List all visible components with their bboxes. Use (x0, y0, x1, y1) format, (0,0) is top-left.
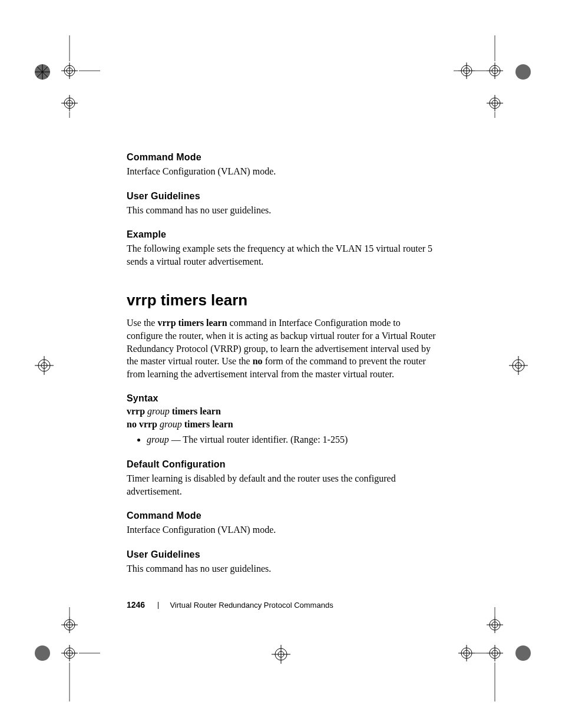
svg-point-25 (490, 98, 500, 108)
syntax2-ital: group (160, 419, 182, 429)
reg-mark-right-mid (507, 354, 530, 377)
syntax-bullet-list: group — The virtual router identifier. (… (127, 433, 439, 446)
heading-command-mode-2: Command Mode (127, 510, 439, 521)
syntax1-bold2: timers learn (170, 406, 221, 416)
svg-point-9 (64, 98, 75, 108)
svg-point-17 (464, 68, 470, 74)
svg-point-54 (278, 651, 284, 657)
svg-point-66 (492, 650, 498, 656)
syntax-line-2: no vrrp group timers learn (127, 419, 439, 430)
svg-point-46 (64, 648, 75, 658)
svg-point-53 (275, 648, 287, 660)
svg-line-4 (37, 67, 48, 77)
svg-point-21 (492, 68, 498, 74)
syntax-line-1: vrrp group timers learn (127, 406, 439, 417)
svg-point-26 (492, 100, 498, 106)
svg-point-41 (64, 620, 75, 630)
svg-point-24 (515, 64, 531, 80)
text-user-guidelines-1: This command has no user guidelines. (127, 204, 439, 217)
page-number: 1246 (127, 600, 145, 610)
text-example: The following example sets the frequency… (127, 242, 439, 268)
page-content: Command Mode Interface Configuration (VL… (127, 152, 439, 576)
intro-bold-cmd: vrrp timers learn (157, 318, 227, 328)
svg-point-58 (492, 622, 498, 628)
text-user-guidelines-2: This command has no user guidelines. (127, 562, 439, 575)
intro-bold-no: no (253, 356, 263, 366)
svg-point-45 (35, 645, 50, 661)
svg-point-61 (461, 648, 472, 658)
heading-example: Example (127, 229, 439, 240)
crop-mark-bottom-left (29, 607, 100, 701)
heading-default-config: Default Configuration (127, 459, 439, 470)
text-command-mode-2: Interface Configuration (VLAN) mode. (127, 523, 439, 536)
svg-point-65 (490, 648, 500, 658)
svg-point-38 (515, 363, 521, 368)
svg-point-47 (67, 650, 72, 656)
crop-mark-bottom-right (454, 607, 542, 701)
crop-mark-top-right (454, 35, 536, 118)
command-title: vrrp timers learn (127, 291, 439, 309)
svg-point-0 (35, 64, 50, 80)
footer-section-title: Virtual Router Redundancy Protocol Comma… (170, 601, 333, 610)
svg-point-37 (513, 360, 524, 371)
svg-point-42 (67, 622, 72, 628)
page-footer: 1246 Virtual Router Redundancy Protocol … (127, 600, 457, 610)
svg-point-20 (490, 65, 500, 76)
heading-command-mode-1: Command Mode (127, 152, 439, 163)
svg-point-34 (41, 363, 47, 368)
crop-mark-top-left (29, 35, 100, 118)
svg-point-10 (67, 100, 72, 106)
syntax1-ital: group (147, 406, 170, 416)
bullet-rest: — The virtual router identifier. (Range:… (169, 434, 348, 444)
heading-user-guidelines-1: User Guidelines (127, 191, 439, 202)
text-command-mode-1: Interface Configuration (VLAN) mode. (127, 165, 439, 178)
text-default-config: Timer learning is disabled by default an… (127, 472, 439, 498)
syntax2-bold2: timers learn (182, 419, 233, 429)
svg-point-6 (67, 68, 72, 74)
svg-point-57 (490, 620, 500, 630)
syntax2-bold1: no vrrp (127, 419, 160, 429)
reg-mark-left-mid (32, 354, 56, 377)
svg-point-69 (515, 645, 531, 661)
svg-point-62 (464, 650, 470, 656)
bullet-ital: group (147, 434, 169, 444)
intro-pre: Use the (127, 318, 157, 328)
heading-user-guidelines-2: User Guidelines (127, 549, 439, 560)
svg-line-3 (37, 67, 48, 77)
svg-point-16 (461, 65, 472, 76)
syntax1-bold1: vrrp (127, 406, 147, 416)
svg-point-5 (64, 65, 75, 76)
footer-separator (158, 602, 158, 609)
reg-mark-bottom-center (269, 643, 293, 666)
syntax-bullet: group — The virtual router identifier. (… (147, 433, 439, 446)
heading-syntax: Syntax (127, 393, 439, 404)
svg-point-33 (38, 360, 50, 371)
command-intro: Use the vrrp timers learn command in Int… (127, 317, 439, 380)
